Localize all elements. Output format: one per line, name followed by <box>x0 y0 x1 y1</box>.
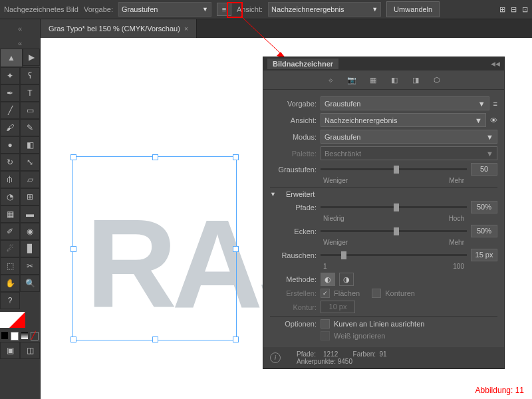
symbol-tool[interactable]: ☄ <box>0 240 20 257</box>
vorgabe-select[interactable]: Graustufen▼ <box>321 96 489 110</box>
shape-builder-tool[interactable]: ◔ <box>0 188 20 205</box>
graustufen-slider[interactable] <box>321 165 467 174</box>
graustufen-value[interactable]: 50 <box>471 163 497 176</box>
collapse-icon[interactable]: « <box>18 25 22 33</box>
swatch-none[interactable]: ╱ <box>31 332 39 340</box>
align-icon[interactable]: ⊞ <box>499 5 505 14</box>
rotate-tool[interactable]: ↻ <box>0 154 20 171</box>
help-icon[interactable]: ? <box>0 292 20 309</box>
rect-tool[interactable]: ▭ <box>20 102 40 119</box>
line-tool[interactable]: ╱ <box>0 102 20 119</box>
close-icon[interactable]: × <box>184 25 188 33</box>
perspective-tool[interactable]: ⊞ <box>20 188 40 205</box>
convert-button[interactable]: Umwandeln <box>386 1 440 17</box>
modus-select[interactable]: Graustufen▼ <box>321 130 497 144</box>
preset-icons: ⟐📷▦◧◨⬡ <box>263 70 504 90</box>
pencil-tool[interactable]: ✎ <box>20 119 40 136</box>
swatch-black[interactable] <box>1 332 8 339</box>
panel-title: Bildnachzeichner <box>267 59 338 69</box>
palette-select: Beschränkt▼ <box>321 146 497 160</box>
rauschen-value[interactable]: 15 px <box>471 249 497 261</box>
traced-label: Nachgezeichnetes Bild <box>4 5 78 13</box>
preset-icon[interactable]: 📷 <box>346 76 358 85</box>
preset-icon[interactable]: ⟐ <box>325 76 336 85</box>
brush-tool[interactable]: 🖌 <box>0 119 20 136</box>
preset-icon[interactable]: ◧ <box>388 76 400 85</box>
align-icon[interactable]: ⊟ <box>511 5 517 14</box>
svg-line-0 <box>241 16 286 59</box>
scale-tool[interactable]: ⤡ <box>20 154 40 171</box>
blob-tool[interactable]: ● <box>0 136 20 154</box>
preset-icon[interactable]: ◨ <box>410 76 422 85</box>
ecken-value[interactable]: 50% <box>471 225 497 237</box>
align-icon[interactable]: ⊡ <box>522 5 528 14</box>
rauschen-slider[interactable] <box>321 251 467 260</box>
type-tool[interactable]: T <box>20 84 40 102</box>
zoom-tool[interactable]: 🔍 <box>20 275 40 292</box>
mesh-tool[interactable]: ▦ <box>0 205 20 223</box>
pfade-slider[interactable] <box>321 203 467 212</box>
pen-tool[interactable]: ✒ <box>0 84 20 102</box>
ecken-slider[interactable] <box>321 227 467 236</box>
eye-icon[interactable]: 👁 <box>490 116 497 124</box>
erweitert-toggle[interactable]: ▼ Erweitert <box>270 190 497 198</box>
swatch-grad[interactable] <box>21 332 28 339</box>
free-transform-tool[interactable]: ▱ <box>20 171 40 188</box>
eraser-tool[interactable]: ◧ <box>20 136 40 154</box>
collapse-icon[interactable]: ◀◀ <box>491 61 500 67</box>
selection-box[interactable] <box>72 156 237 340</box>
lasso-tool[interactable]: ʕ <box>20 67 40 84</box>
screen-mode-icon[interactable]: ▣ <box>0 342 20 359</box>
snap-checkbox[interactable] <box>321 319 330 329</box>
vorgabe-select[interactable]: Graustufen▼ <box>118 2 211 17</box>
menu-icon[interactable]: ≡ <box>493 100 497 108</box>
panel-stats: i Pfade: 1212 Farben: 91 Ankerpunkte: 94… <box>263 347 504 368</box>
figure-caption: Abbildung: 11 <box>475 386 524 395</box>
ansicht-select[interactable]: Nachzeichnerergebnis▼ <box>321 113 486 127</box>
fill-stroke-icon[interactable] <box>0 312 25 328</box>
swatch-white[interactable] <box>11 332 19 340</box>
ignore-white-checkbox[interactable] <box>321 331 330 340</box>
tool-panel: « ▲▶ ✦ʕ ✒T ╱▭ 🖌✎ ●◧ ↻⤡ ⫛▱ ◔⊞ ▦▬ ✐◉ ☄▊ ⬚✂… <box>0 38 41 399</box>
gradient-tool[interactable]: ▬ <box>20 205 40 223</box>
preset-icon[interactable]: ▦ <box>367 76 379 85</box>
kontur-value: 10 px <box>321 301 355 313</box>
strokes-checkbox <box>372 289 381 298</box>
artboard-tool[interactable]: ⬚ <box>0 257 20 275</box>
document-tab[interactable]: Gras Typo* bei 150 % (CMYK/Vorschau)× <box>41 19 197 38</box>
ansicht-select[interactable]: Nachzeichnerergebnis▼ <box>268 2 381 17</box>
fills-checkbox: ✓ <box>321 289 330 298</box>
selection-tool[interactable]: ▲ <box>0 49 23 67</box>
image-trace-panel: Bildnachzeichner◀◀ ⟐📷▦◧◨⬡ Vorgabe:Graust… <box>263 57 505 369</box>
screen-mode-icon[interactable]: ◫ <box>20 342 40 359</box>
width-tool[interactable]: ⫛ <box>0 171 20 188</box>
eyedropper-tool[interactable]: ✐ <box>0 223 20 240</box>
direct-select-tool[interactable]: ▶ <box>23 49 40 66</box>
vorgabe-label: Vorgabe: <box>84 5 113 13</box>
wand-tool[interactable]: ✦ <box>0 67 20 84</box>
method-overlap-icon[interactable]: ◑ <box>339 273 354 286</box>
info-icon: i <box>270 352 281 363</box>
slice-tool[interactable]: ✂ <box>20 257 40 275</box>
hand-tool[interactable]: ✋ <box>0 275 20 292</box>
collapse-icon[interactable]: « <box>0 38 40 49</box>
blend-tool[interactable]: ◉ <box>20 223 40 240</box>
method-abut-icon[interactable]: ◐ <box>321 273 335 286</box>
callout-arrow <box>241 16 291 63</box>
pfade-value[interactable]: 50% <box>471 201 497 213</box>
graph-tool[interactable]: ▊ <box>20 240 40 257</box>
preset-icon[interactable]: ⬡ <box>431 76 443 85</box>
